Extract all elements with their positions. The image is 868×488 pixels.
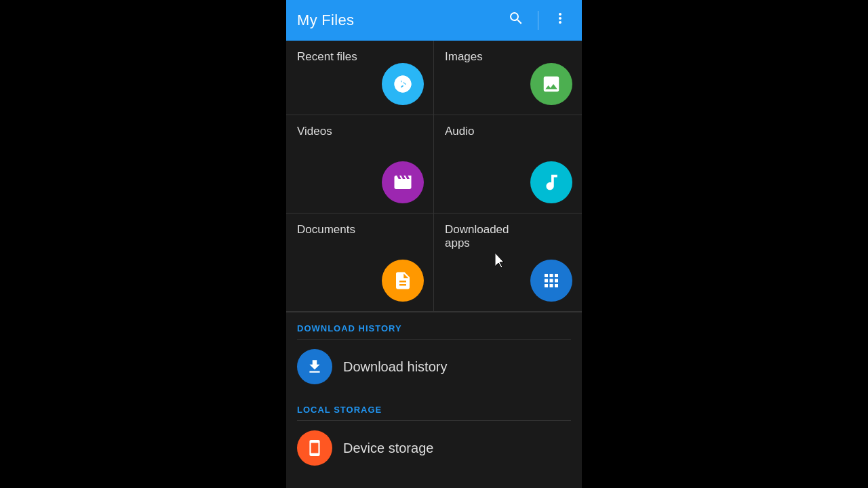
download-history-icon: [297, 349, 332, 384]
downloaded-apps-icon-wrap: [530, 260, 572, 302]
images-label: Images: [445, 50, 483, 63]
search-button[interactable]: [505, 7, 527, 33]
grid-cell-audio[interactable]: Audio: [434, 115, 582, 214]
audio-icon-wrap: [530, 161, 572, 203]
file-grid: Recent files Images: [286, 41, 582, 312]
grid-cell-documents[interactable]: Documents: [286, 214, 434, 312]
grid-cell-videos[interactable]: Videos: [286, 115, 434, 214]
local-storage-section-header: LOCAL STORAGE: [286, 394, 582, 420]
videos-icon-wrap: [382, 161, 424, 203]
videos-label: Videos: [297, 125, 332, 138]
cursor-indicator: [495, 253, 509, 272]
images-icon: [530, 63, 572, 105]
top-bar-actions: [505, 7, 571, 33]
documents-icon-wrap: [382, 260, 424, 302]
download-history-item[interactable]: Download history: [286, 340, 582, 394]
grid-cell-recent-files[interactable]: Recent files: [286, 41, 434, 115]
images-icon-wrap: [530, 63, 572, 105]
local-storage-heading: LOCAL STORAGE: [297, 405, 382, 415]
app-title: My Files: [297, 12, 354, 29]
grid-cell-images[interactable]: Images: [434, 41, 582, 115]
audio-icon: [530, 161, 572, 203]
recent-files-icon-wrap: [382, 63, 424, 105]
recent-files-label: Recent files: [297, 50, 357, 63]
download-history-section-header: DOWNLOAD HISTORY: [286, 312, 582, 339]
videos-icon: [382, 161, 424, 203]
device-storage-item[interactable]: Device storage: [286, 421, 582, 475]
more-options-button[interactable]: [549, 7, 571, 33]
download-history-heading: DOWNLOAD HISTORY: [297, 323, 402, 333]
documents-icon: [382, 260, 424, 302]
audio-label: Audio: [445, 125, 474, 138]
device-storage-icon: [297, 430, 332, 466]
divider: [538, 11, 538, 30]
device-storage-label: Device storage: [343, 441, 433, 456]
app-container: My Files Recent files: [286, 0, 582, 488]
downloaded-apps-icon: [530, 260, 572, 302]
documents-label: Documents: [297, 223, 355, 236]
downloaded-apps-label: Downloadedapps: [445, 223, 509, 249]
top-bar: My Files: [286, 0, 582, 41]
download-history-label: Download history: [343, 359, 447, 375]
grid-cell-downloaded-apps[interactable]: Downloadedapps: [434, 214, 582, 312]
recent-files-icon: [382, 63, 424, 105]
